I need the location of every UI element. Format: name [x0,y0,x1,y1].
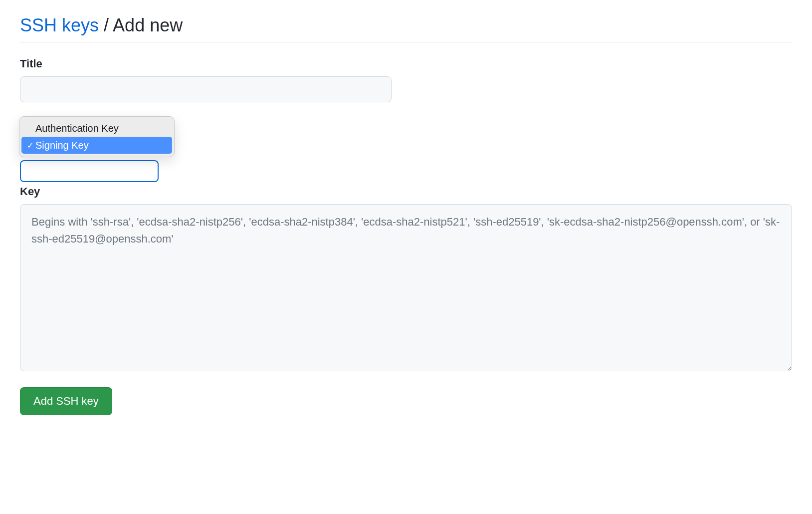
page-header: SSH keys / Add new [20,15,792,42]
key-field-group: Key [20,185,792,373]
breadcrumb-parent-link[interactable]: SSH keys [20,15,99,35]
key-textarea[interactable] [20,204,792,371]
key-type-select[interactable] [20,160,159,182]
title-field-group: Title [20,57,792,102]
add-ssh-key-button[interactable]: Add SSH key [20,387,112,415]
option-label: Authentication Key [35,123,119,134]
option-label: Signing Key [35,140,89,151]
key-type-dropdown: Authentication Key ✓ Signing Key [19,116,175,157]
key-type-option-authentication[interactable]: Authentication Key [21,120,172,137]
check-icon: ✓ [24,141,35,150]
title-label: Title [20,57,792,70]
key-type-option-signing[interactable]: ✓ Signing Key [21,137,172,154]
breadcrumb-current: Add new [113,15,183,35]
title-input[interactable] [20,76,392,102]
key-type-field-group: Authentication Key ✓ Signing Key [20,116,792,166]
key-label: Key [20,185,792,198]
breadcrumb-separator: / [104,15,113,35]
